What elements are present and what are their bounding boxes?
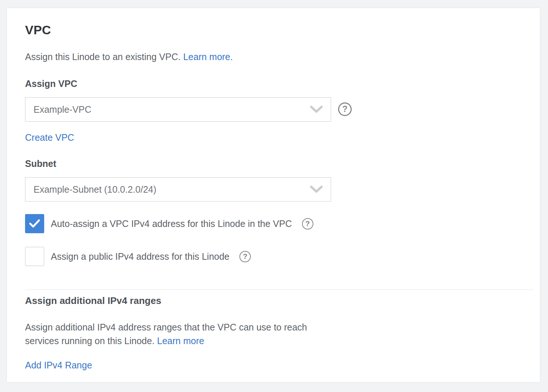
page-title: VPC — [25, 23, 51, 37]
add-ipv4-range[interactable]: Add IPv4 Range — [25, 360, 92, 371]
vpc-select[interactable]: Example-VPC — [25, 97, 331, 122]
public-ipv4-row: Assign a public IPv4 address for this Li… — [25, 247, 251, 266]
chevron-down-icon — [310, 186, 323, 193]
help-question-glyph: ? — [243, 252, 247, 261]
help-icon[interactable]: ? — [239, 251, 251, 262]
vpc-intro-static: Assign this Linode to an existing VPC. — [25, 52, 180, 62]
help-question-glyph: ? — [342, 104, 347, 114]
subnet-select-value: Example-Subnet (10.0.2.0/24) — [34, 184, 157, 195]
chevron-down-icon — [310, 106, 323, 113]
create-vpc-link-label[interactable]: Create VPC — [25, 132, 74, 143]
public-ipv4-label[interactable]: Assign a public IPv4 address for this Li… — [51, 251, 229, 262]
ranges-learn-more-link[interactable]: Learn more — [157, 336, 204, 346]
ranges-description: Assign additional IPv4 address ranges th… — [25, 321, 338, 348]
auto-assign-ipv4-checkbox[interactable] — [25, 214, 44, 233]
vpc-learn-more-link[interactable]: Learn more. — [183, 52, 233, 62]
vpc-panel: VPC Assign this Linode to an existing VP… — [7, 8, 540, 382]
add-ipv4-range-link[interactable]: Add IPv4 Range — [25, 360, 92, 370]
auto-assign-ipv4-label[interactable]: Auto-assign a VPC IPv4 address for this … — [51, 218, 292, 229]
section-divider — [25, 290, 534, 290]
auto-assign-ipv4-row: Auto-assign a VPC IPv4 address for this … — [25, 214, 313, 233]
vpc-select-value: Example-VPC — [34, 104, 91, 115]
help-icon[interactable]: ? — [338, 102, 352, 116]
create-vpc-link[interactable]: Create VPC — [25, 132, 74, 143]
help-icon[interactable]: ? — [302, 218, 313, 230]
public-ipv4-checkbox[interactable] — [25, 247, 44, 266]
page-background: { "colors": { "page_bg": "#f2f3f5", "car… — [0, 0, 548, 392]
check-icon — [29, 219, 40, 228]
subnet-select[interactable]: Example-Subnet (10.0.2.0/24) — [25, 177, 331, 202]
ranges-section-title: Assign additional IPv4 ranges — [25, 295, 161, 307]
assign-vpc-label: Assign VPC — [25, 78, 77, 89]
vpc-intro-text: Assign this Linode to an existing VPC. L… — [25, 52, 233, 62]
subnet-label: Subnet — [25, 158, 56, 169]
help-question-glyph: ? — [305, 220, 310, 228]
